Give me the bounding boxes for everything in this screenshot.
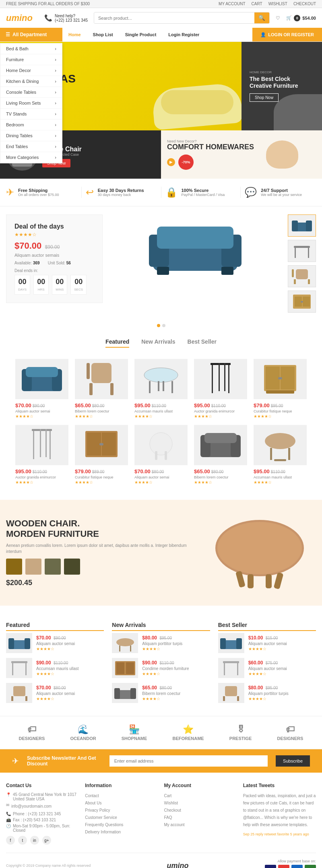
footer-account-link-1[interactable]: Wishlist: [164, 800, 237, 807]
nav-link-login[interactable]: Login Register: [162, 28, 205, 41]
product-name-1: Biberm lorem coectur: [75, 409, 128, 413]
product-card-1[interactable]: $65.00$80.00 Biberm lorem coectur ★★★★☆: [72, 356, 131, 422]
sidebar-best-item-0[interactable]: $10.00 $15.00 Aliquam auctor semai ★★★★☆: [218, 633, 316, 653]
sidebar-price-b0: $10.00: [248, 635, 263, 641]
product-card-2[interactable]: $95.00$110.00 Accumsan mauris ullast ★★★…: [131, 356, 191, 422]
nav-dropdown-item-0[interactable]: Bed & Bath›: [0, 43, 62, 54]
chair-option-0[interactable]: [6, 559, 22, 575]
nav-link-home[interactable]: Home: [62, 28, 87, 41]
deal-thumb-0[interactable]: [288, 214, 316, 237]
nav-dropdown-item-4[interactable]: Console Tables›: [0, 87, 62, 98]
cart-wrap[interactable]: 🛒 0 $54.00: [286, 15, 316, 21]
checkout-link[interactable]: CHECKOUT: [293, 2, 316, 6]
nav-dropdown-item-2[interactable]: Home Decor›: [0, 65, 62, 76]
hero-right-btn[interactable]: Shop Now: [250, 93, 279, 102]
product-stars-0: ★★★★☆: [15, 414, 68, 419]
footer-account-link-2[interactable]: Checkout: [164, 807, 237, 814]
footer-info-link-2[interactable]: Privacy Policy: [85, 807, 158, 814]
nav-dropdown-item-8[interactable]: Dining Tables›: [0, 130, 62, 141]
cart-link[interactable]: CART: [252, 2, 262, 6]
nav-dropdown-item-10[interactable]: More Categories›: [0, 152, 62, 163]
footer-account-link-0[interactable]: Cart: [164, 792, 237, 800]
sidebar-featured-item-1[interactable]: $90.00 $110.00 Accumsan mauris ullast ★★…: [6, 658, 104, 678]
deal-thumb-3[interactable]: [288, 291, 316, 313]
support-icon: 💬: [245, 187, 257, 198]
wishlist-link[interactable]: WISHLIST: [268, 2, 287, 6]
wishlist-icon[interactable]: ♡: [276, 15, 280, 21]
newsletter-subscribe-btn[interactable]: Subscribe: [276, 755, 310, 767]
sidebar-name-f1: Accumsan mauris ullast: [36, 666, 104, 671]
sidebar-new-item-2[interactable]: $65.00 $80.00 Biberm lorem coectur ★★★★☆: [112, 683, 210, 703]
product-card-9[interactable]: $95.00$110.00 Accumsan mauris ullast ★★★…: [250, 422, 310, 488]
nav-link-shop[interactable]: Shop List: [87, 28, 119, 41]
chair-option-1[interactable]: [25, 559, 41, 575]
sidebar-featured-item-0[interactable]: $70.00 $90.00 Aliquam auctor semai ★★★★☆: [6, 633, 104, 653]
brand-0[interactable]: 🏷 DESIGNERS: [19, 724, 45, 741]
footer-account-link-4[interactable]: My account: [164, 821, 237, 829]
deal-thumb-2[interactable]: [288, 265, 316, 287]
brand-2[interactable]: 🏪 SHOPNAME: [122, 724, 147, 741]
featured-chair-options: [6, 559, 195, 575]
sidebar-best-item-2[interactable]: $80.00 $95.00 Aliquam porttitor turpis ★…: [218, 683, 316, 703]
nav-dropdown-item-6[interactable]: TV Stands›: [0, 109, 62, 120]
nav-link-single[interactable]: Single Product: [119, 28, 163, 41]
tab-best-seller[interactable]: Best Seller: [188, 338, 217, 348]
footer-contact-col: Contact Us 📍 45 Grand Central New York l…: [6, 783, 79, 845]
cart-count: 0: [294, 15, 300, 21]
dot-0[interactable]: [157, 324, 160, 327]
chair-option-3[interactable]: [64, 559, 80, 575]
social-google[interactable]: g+: [42, 836, 51, 845]
nav-dropdown-item-9[interactable]: End Tables›: [0, 141, 62, 152]
payment-visa: [265, 865, 276, 868]
footer-info-link-5[interactable]: Delivery Information: [85, 829, 158, 836]
search-button[interactable]: 🔍: [254, 12, 269, 23]
divider-3: [240, 187, 241, 198]
nav-login-register[interactable]: 👤 LOGIN OR REGISTER: [252, 28, 322, 41]
chair-option-2[interactable]: [45, 559, 61, 575]
sidebar-best-item-1[interactable]: $60.00 $75.00 Aliquam auctor semai ★★★★☆: [218, 658, 316, 678]
product-price-old-7: $80.00: [152, 470, 164, 474]
product-card-3[interactable]: $95.00$110.00 Auctor granida enimurcor ★…: [191, 356, 250, 422]
all-departments-btn[interactable]: ☰ All Department: [0, 28, 62, 41]
dropdown-container: ☰ All Department Bed & Bath› Furniture› …: [0, 28, 62, 41]
deal-price-old: $90.00: [45, 244, 60, 250]
brand-3[interactable]: ⭐ BEFORENAME: [172, 724, 204, 741]
dot-1[interactable]: [162, 324, 165, 327]
brand-icon-2: 🏪: [122, 724, 147, 735]
my-account-link[interactable]: MY ACCOUNT: [219, 2, 246, 6]
sidebar-new-item-1[interactable]: $90.00 $110.00 Condime morden furniture …: [112, 658, 210, 678]
social-linkedin[interactable]: in: [30, 836, 39, 845]
footer-info-link-3[interactable]: Customer Service: [85, 814, 158, 821]
sidebar-new-item-0[interactable]: $80.00 $95.00 Aliquam porttitor turpis ★…: [112, 633, 210, 653]
deal-thumb-1[interactable]: [288, 240, 316, 262]
nav-dropdown-item-3[interactable]: Kitchen & Dining›: [0, 76, 62, 87]
svg-rect-36: [228, 365, 229, 393]
social-facebook[interactable]: f: [6, 836, 15, 845]
footer-account-link-3[interactable]: FAQ: [164, 814, 237, 821]
product-card-7[interactable]: $70.00$80.00 Aliquam auctor semai ★★★★☆: [131, 422, 191, 488]
nav-dropdown-item-7[interactable]: Bedroom›: [0, 120, 62, 130]
brand-1[interactable]: 🌊 OCEANDOR: [70, 724, 96, 741]
footer-info-link-1[interactable]: About Us: [85, 800, 158, 807]
brand-5[interactable]: 🏷 DESIGNERS: [277, 724, 303, 741]
sidebar-img-f1: [6, 658, 32, 678]
footer-info-link-0[interactable]: Contact: [85, 792, 158, 800]
search-input[interactable]: [94, 12, 254, 23]
nav-dropdown-item-5[interactable]: Living Room Sets›: [0, 98, 62, 109]
tab-featured[interactable]: Featured: [105, 338, 129, 348]
sidebar-info-n0: $80.00 $95.00 Aliquam porttitor turpis ★…: [142, 635, 210, 651]
product-card-5[interactable]: $95.00$110.00 Auctor granida enimurcor ★…: [12, 422, 72, 488]
product-card-4[interactable]: $79.00$95.00 Curabitur fistique neque ★★…: [250, 356, 310, 422]
sidebar-featured-item-2[interactable]: $70.00 $80.00 Aliquam auctor semai ★★★★☆: [6, 683, 104, 703]
product-price-old-9: $110.00: [271, 470, 285, 474]
product-card-6[interactable]: $79.00$89.00 Curabitur fistique neque ★★…: [72, 422, 131, 488]
tab-new-arrivals[interactable]: New Arrivals: [141, 338, 175, 348]
newsletter-input[interactable]: [109, 755, 268, 767]
product-card-0[interactable]: $70.00$90.00 Aliquam auctor semai ★★★★☆: [12, 356, 72, 422]
play-icon[interactable]: ▶: [167, 158, 175, 166]
product-card-8[interactable]: $65.00$80.00 Biberm lorem coectur ★★★★☆: [191, 422, 250, 488]
social-twitter[interactable]: t: [18, 836, 27, 845]
footer-info-link-4[interactable]: Frequently Questions: [85, 821, 158, 829]
brand-4[interactable]: 🎖 PRESTIGE: [229, 724, 252, 741]
nav-dropdown-item-1[interactable]: Furniture›: [0, 54, 62, 65]
